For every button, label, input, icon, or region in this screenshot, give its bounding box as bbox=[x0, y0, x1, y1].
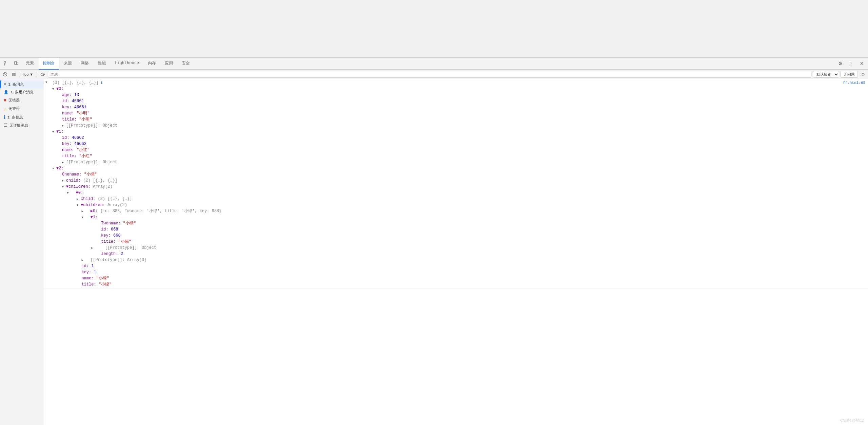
sidebar-label-all: 1 条消息 bbox=[8, 82, 24, 87]
tab-security[interactable]: 安全 bbox=[178, 58, 194, 70]
divider-1 bbox=[20, 72, 20, 77]
tab-performance[interactable]: 性能 bbox=[94, 58, 110, 70]
console-panel: ≡ 1 条消息 👤 1 条用户消息 ✖ 无错误 ⚠ 无警告 ℹ 1 条信息 ☰ … bbox=[0, 79, 868, 425]
inner-item-1[interactable] bbox=[81, 214, 85, 220]
svg-line-6 bbox=[4, 73, 6, 75]
context-arrow: ▼ bbox=[29, 72, 33, 76]
device-toolbar-icon[interactable] bbox=[12, 59, 21, 68]
console-log-line: (3) [{…}, {…}, {…}] ℹ ▼0: age: 13 id: 46… bbox=[44, 79, 868, 289]
sidebar-item-info[interactable]: ℹ 1 条信息 bbox=[0, 113, 44, 122]
console-sidebar: ≡ 1 条消息 👤 1 条用户消息 ✖ 无错误 ⚠ 无警告 ℹ 1 条信息 ☰ … bbox=[0, 79, 44, 425]
devtools-settings-icon[interactable]: ⚙ bbox=[835, 59, 845, 68]
child-inner-toggle[interactable] bbox=[77, 196, 81, 202]
watermark: CSDN @Mr1z bbox=[840, 418, 864, 422]
sidebar-item-all[interactable]: ≡ 1 条消息 bbox=[0, 80, 44, 88]
prototype-toggle-0[interactable] bbox=[62, 123, 66, 129]
tab-application[interactable]: 应用 bbox=[161, 58, 177, 70]
tab-console[interactable]: 控制台 bbox=[39, 58, 59, 70]
inspect-element-icon[interactable] bbox=[1, 59, 11, 68]
devtools-more-icon[interactable]: ⋮ bbox=[846, 59, 856, 68]
context-value: top bbox=[23, 72, 28, 76]
eye-icon[interactable] bbox=[39, 71, 46, 78]
svg-rect-3 bbox=[15, 61, 17, 64]
tab-lighthouse[interactable]: Lighthouse bbox=[111, 58, 143, 70]
clear-console-icon[interactable] bbox=[1, 71, 9, 78]
prototype-inner-1[interactable] bbox=[91, 245, 95, 251]
verbose-icon: ☰ bbox=[4, 123, 7, 128]
line-content-main: (3) [{…}, {…}, {…}] ℹ ▼0: age: 13 id: 46… bbox=[51, 79, 840, 288]
sidebar-label-verbose: 无详细消息 bbox=[9, 123, 28, 128]
tree-toggle-1[interactable] bbox=[52, 129, 56, 135]
context-selector[interactable]: top ▼ bbox=[22, 72, 35, 77]
sidebar-item-user[interactable]: 👤 1 条用户消息 bbox=[0, 88, 44, 96]
tabs-bar: 元素 控制台 来源 网络 性能 Lighthouse 内存 应用 安全 ⚙ ⋮ … bbox=[0, 58, 868, 70]
inner-item-0[interactable] bbox=[81, 208, 85, 214]
collapse-icon[interactable] bbox=[10, 71, 18, 78]
info-icon: ℹ bbox=[4, 114, 5, 120]
prototype-array[interactable] bbox=[81, 257, 85, 263]
line-gutter bbox=[44, 79, 51, 84]
children-toggle-2[interactable] bbox=[62, 184, 66, 190]
children-item-0-toggle[interactable] bbox=[67, 190, 71, 196]
sidebar-label-info: 1 条信息 bbox=[7, 115, 23, 120]
info-badge[interactable]: ℹ bbox=[101, 81, 102, 85]
line-source[interactable]: ff.html:65 bbox=[840, 80, 868, 86]
tab-elements[interactable]: 元素 bbox=[22, 58, 38, 70]
tree-toggle-2[interactable] bbox=[52, 165, 56, 171]
devtools-panel: 元素 控制台 来源 网络 性能 Lighthouse 内存 应用 安全 ⚙ ⋮ … bbox=[0, 58, 868, 425]
errors-icon: ✖ bbox=[4, 97, 6, 103]
filter-input[interactable] bbox=[48, 71, 811, 78]
sidebar-label-user: 1 条用户消息 bbox=[11, 90, 34, 95]
tabs-right-icons: ⚙ ⋮ ✕ bbox=[835, 59, 867, 68]
tab-network[interactable]: 网络 bbox=[77, 58, 93, 70]
no-issues-button[interactable]: 无问题 bbox=[841, 71, 858, 78]
console-output[interactable]: (3) [{…}, {…}, {…}] ℹ ▼0: age: 13 id: 46… bbox=[44, 79, 868, 425]
tree-toggle-root[interactable] bbox=[45, 80, 50, 84]
sidebar-item-warnings[interactable]: ⚠ 无警告 bbox=[0, 105, 44, 113]
sidebar-item-errors[interactable]: ✖ 无错误 bbox=[0, 96, 44, 105]
sidebar-label-warnings: 无警告 bbox=[8, 106, 20, 111]
tree-toggle-0[interactable] bbox=[52, 86, 56, 92]
svg-rect-0 bbox=[4, 61, 6, 63]
child-toggle-2[interactable] bbox=[62, 178, 66, 184]
user-messages-icon: 👤 bbox=[4, 90, 8, 94]
sidebar-item-verbose[interactable]: ☰ 无详细消息 bbox=[0, 122, 44, 129]
tab-sources[interactable]: 来源 bbox=[60, 58, 76, 70]
console-toolbar: top ▼ 默认级别 无问题 ⚙ bbox=[0, 70, 868, 79]
prototype-toggle-1[interactable] bbox=[62, 159, 66, 165]
browser-chrome bbox=[0, 0, 868, 58]
tab-memory[interactable]: 内存 bbox=[144, 58, 160, 70]
console-settings-icon[interactable]: ⚙ bbox=[859, 71, 867, 78]
sidebar-label-errors: 无错误 bbox=[8, 98, 20, 103]
divider-2 bbox=[37, 72, 37, 77]
all-messages-icon: ≡ bbox=[4, 82, 6, 87]
svg-rect-4 bbox=[17, 62, 18, 64]
devtools-close-icon[interactable]: ✕ bbox=[857, 59, 867, 68]
children-inner-toggle[interactable] bbox=[77, 202, 81, 208]
svg-point-10 bbox=[42, 74, 43, 75]
warnings-icon: ⚠ bbox=[4, 106, 6, 112]
level-select[interactable]: 默认级别 bbox=[813, 71, 839, 78]
